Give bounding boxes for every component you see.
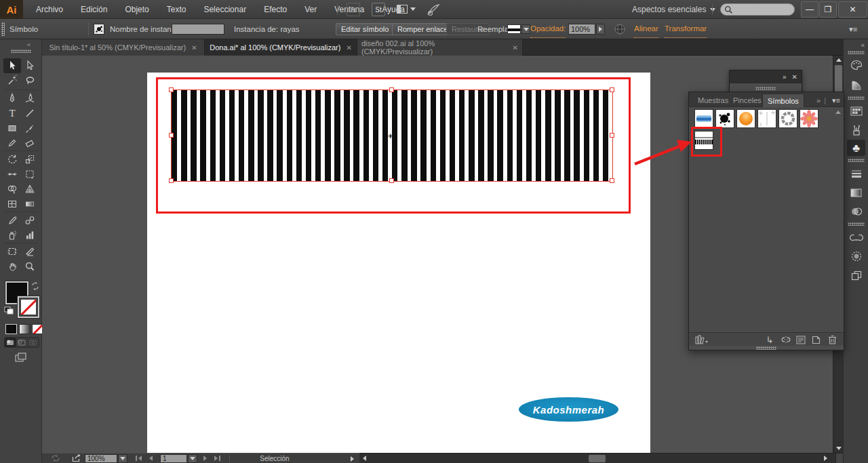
mesh-tool[interactable] [3,197,21,212]
tab-pinceles[interactable]: Pinceles [728,94,766,107]
symbol-blue-button[interactable] [694,109,713,128]
rotate-tool[interactable] [3,152,21,167]
symbol-libraries-menu-icon[interactable] [693,334,711,345]
control-panel-menu-icon[interactable]: ▾≡ [849,19,857,39]
curvature-tool[interactable] [21,91,39,106]
column-graph-tool[interactable] [21,228,39,243]
dock-grip[interactable] [848,159,865,162]
menu-efecto[interactable]: Efecto [255,5,296,14]
menu-edicion[interactable]: Edición [72,5,116,14]
symbol-orange-orb[interactable] [736,109,755,128]
artboard-dropdown-button[interactable] [188,454,197,463]
collapse-panel-icon[interactable]: » [816,94,821,107]
swatches-panel-icon[interactable] [847,103,865,119]
selection-handle[interactable] [169,87,174,92]
color-panel-icon[interactable] [847,57,865,73]
replace-swatch[interactable] [507,24,521,34]
scroll-up-icon[interactable] [836,58,842,62]
globe-icon[interactable] [614,23,626,37]
blend-tool[interactable] [21,213,39,228]
zoom-level-input[interactable] [85,454,117,463]
selection-handle[interactable] [169,178,174,183]
gradient-tool[interactable] [21,197,39,212]
color-guide-panel-icon[interactable] [847,77,865,94]
default-fill-stroke-icon[interactable] [4,306,14,315]
publish-icon[interactable] [426,2,441,19]
scroll-right-icon[interactable] [824,456,827,461]
align-link[interactable]: Alinear [634,19,658,38]
tab-diseno-002[interactable]: diseño 002.ai al 100% (CMYK/Previsualiza… [357,39,523,56]
instance-name-input[interactable] [172,24,224,35]
close-button[interactable]: ✕ [838,1,867,18]
gradient-button[interactable] [19,324,31,334]
opacity-dropdown-button[interactable] [596,24,605,35]
control-bar-grip[interactable] [1,22,5,36]
screen-mode-button[interactable] [15,353,27,365]
panel-menu-icon[interactable]: ▾≡ [832,94,840,107]
scale-tool[interactable] [21,152,39,167]
draw-normal-mode-button[interactable] [5,338,16,347]
selection-handle[interactable] [610,178,614,183]
replace-dropdown-button[interactable] [521,24,530,34]
toolbar-grip[interactable] [11,49,31,53]
dock-grip[interactable] [848,96,865,100]
selection-handle[interactable] [389,178,394,183]
dock-grip[interactable] [848,222,865,226]
panel-resize-strip[interactable] [689,346,844,350]
dock-grip[interactable] [848,51,865,54]
tab-muestras[interactable]: Muestras [693,94,733,107]
horizontal-scroll-thumb[interactable] [589,455,606,462]
collapse-panel-icon[interactable]: » [783,73,787,81]
minimize-button[interactable]: — [801,1,818,18]
stroke-color-swatch[interactable] [18,296,39,318]
break-link-button[interactable]: Romper enlace [392,23,454,35]
scroll-down-icon[interactable] [836,447,842,450]
eyedropper-tool[interactable] [3,213,21,228]
layout-switcher-button[interactable] [397,5,416,14]
paintbrush-tool[interactable] [21,121,39,136]
lasso-tool[interactable] [21,73,39,88]
search-input[interactable] [733,5,790,14]
selection-handle[interactable] [169,133,174,138]
artboard-tool[interactable] [3,244,21,259]
tab-close-icon[interactable]: ✕ [346,44,351,52]
symbol-sprayer-tool[interactable] [3,228,21,243]
symbol-registration-marks[interactable] [757,109,776,128]
collapse-toolbar-icon[interactable]: « [27,41,29,48]
swap-fill-stroke-icon[interactable] [31,281,40,293]
bridge-button[interactable]: Br [347,3,360,16]
tab-close-icon[interactable]: ✕ [191,44,197,52]
width-tool[interactable] [3,167,21,182]
perspective-grid-tool[interactable] [21,182,39,197]
color-button[interactable] [5,324,17,334]
status-indicator[interactable]: Selección [217,455,332,462]
draw-behind-mode-button[interactable] [16,338,28,347]
close-panel-icon[interactable]: ✕ [792,73,797,81]
menu-seleccionar[interactable]: Seleccionar [195,5,255,14]
zoom-dropdown-button[interactable] [118,454,127,463]
symbol-twirl-ring[interactable] [778,109,797,128]
previous-artboard-button[interactable] [149,456,153,461]
symbol-options-icon[interactable] [795,334,807,345]
horizontal-scrollbar[interactable] [359,453,844,463]
menu-archivo[interactable]: Archivo [27,5,72,14]
magic-wand-tool[interactable] [3,73,21,88]
adjustments-panel-icon[interactable] [847,248,865,264]
brushes-panel-icon[interactable] [847,122,865,138]
artboard-number-input[interactable] [160,454,187,463]
symbols-panel-icon[interactable]: ♣ [847,140,865,156]
kadoshmerah-logo[interactable]: Kadoshmerah [519,397,618,422]
tab-simbolos[interactable]: Símbolos [762,94,804,107]
opacity-input[interactable] [568,24,595,35]
rectangle-tool[interactable] [3,121,21,136]
artboards-panel-icon[interactable] [847,267,865,283]
menu-objeto[interactable]: Objeto [116,5,157,14]
restore-button[interactable]: ❐ [819,1,837,18]
zoom-tool[interactable] [21,259,39,274]
workspace-switcher[interactable]: Aspectos esenciales [632,0,715,19]
expand-dock-icon[interactable]: « [861,41,865,49]
transparency-panel-icon[interactable] [847,203,865,220]
panel-scroll-up-icon[interactable] [835,110,841,114]
eraser-tool[interactable] [21,136,39,150]
delete-symbol-icon[interactable] [826,334,838,345]
